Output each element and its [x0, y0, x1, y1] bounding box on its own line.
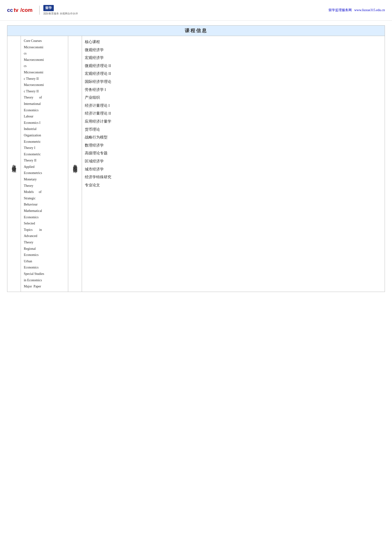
cn-course-14: 数理经济学 [85, 143, 104, 147]
cn-course-1: 核心课程 [85, 40, 100, 44]
cn-course-2: 微观经济学 [85, 48, 104, 52]
table-title: 课程信息 [7, 26, 385, 36]
data-row: 主修课程 Core Courses Microeconomi cs Macroe… [7, 36, 385, 292]
cn-course-19: 专业论文 [85, 183, 100, 187]
cn-course-12: 货币理论 [85, 127, 100, 132]
main-content: 课程信息 主修课程 Core Courses Microeconomi cs M… [0, 21, 392, 297]
logo-icon-area: 留学 国际教育服务 央视网合作伙伴 [43, 5, 78, 15]
site-label: 留学监理服务网 [329, 8, 352, 12]
cn-course-4: 微观经济理论 II [85, 64, 111, 68]
cn-course-3: 宏观经济学 [85, 56, 104, 60]
logo-area: cc tv /com 留学 国际教育服务 央视网合作伙伴 [7, 4, 78, 16]
cn-course-6: 国际经济学理论 [85, 80, 111, 83]
col-ref-label: 参考翻译 [68, 36, 82, 292]
site-url: www.liuxue315.edu.cn [354, 8, 385, 12]
cctv-logo: cc tv /com [7, 4, 35, 16]
logo-icon-text: 留学 [45, 6, 52, 10]
cn-course-11: 应用经济计量学 [85, 119, 111, 123]
svg-text:/com: /com [20, 7, 32, 13]
logo-divider [39, 6, 40, 15]
english-courses-cell: Core Courses Microeconomi cs Macroeconom… [21, 36, 68, 292]
svg-text:cc: cc [7, 7, 13, 13]
title-row: 课程信息 [7, 26, 385, 36]
cn-course-5: 宏观经济理论 II [85, 71, 111, 76]
cn-course-13: 战略行为模型 [85, 135, 107, 139]
cn-course-8: 产业组织 [85, 95, 100, 99]
ref-label-text: 参考翻译 [73, 161, 77, 167]
header-site-info: 留学监理服务网 www.liuxue315.edu.cn [329, 8, 385, 12]
logo-subtitle: 国际教育服务 央视网合作伙伴 [43, 12, 78, 15]
cn-course-10: 经济计量理论 II [85, 111, 111, 115]
svg-text:tv: tv [14, 7, 19, 13]
cn-course-7: 劳务经济学 I [85, 88, 106, 92]
page-header: cc tv /com 留学 国际教育服务 央视网合作伙伴 留学监理服务网 www… [0, 0, 392, 21]
cn-course-16: 区域经济学 [85, 159, 104, 163]
logo-icon-box: 留学 [43, 5, 54, 11]
english-text: Core Courses Microeconomi cs Macroeconom… [24, 38, 65, 290]
cn-course-18: 经济学特殊研究 [85, 175, 111, 179]
chinese-text: 核心课程 微观经济学 宏观经济学 微观经济理论 II 宏观经济理论 II 国际经… [85, 38, 382, 189]
cn-course-17: 城市经济学 [85, 167, 104, 171]
main-label-text: 主修课程 [12, 161, 16, 167]
course-table: 课程信息 主修课程 Core Courses Microeconomi cs M… [7, 25, 385, 292]
cn-course-9: 经济计量理论 I [85, 104, 110, 107]
col-main-label: 主修课程 [7, 36, 21, 292]
cn-course-15: 高级理论专题 [85, 151, 107, 155]
chinese-courses-cell: 核心课程 微观经济学 宏观经济学 微观经济理论 II 宏观经济理论 II 国际经… [82, 36, 385, 292]
